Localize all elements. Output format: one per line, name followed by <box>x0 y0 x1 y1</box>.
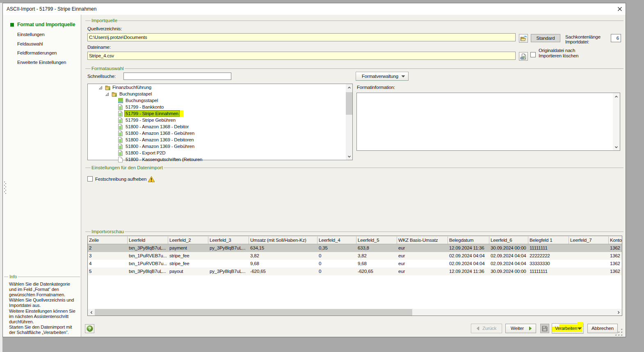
table-header-cell[interactable]: Belegfeld 1 <box>530 236 568 244</box>
table-header-cell[interactable]: Leerfeld_7 <box>570 236 607 244</box>
tree-expander[interactable] <box>98 86 103 90</box>
table-header-cell[interactable]: Leerfeld_2 <box>169 236 207 244</box>
chevron-up-glyph <box>347 86 351 89</box>
table-header-cell[interactable]: WKZ Basis-Umsatz <box>398 236 447 244</box>
sidebar-step-format-und-importquelle[interactable]: Format und Importquelle <box>17 22 81 28</box>
table-scroll-left-button[interactable] <box>88 309 95 316</box>
table-cell: stripe_fee <box>169 260 207 268</box>
tree-item[interactable]: 51800 - Amazon 1369 - Debitoren <box>126 137 194 143</box>
tree-item[interactable]: Buchungsstapel <box>119 91 152 97</box>
window-title: ASCII-Import - 51799 - Stripe Einnahmen <box>7 3 253 15</box>
back-arrow-glyph <box>476 326 480 331</box>
sidebar-step-erweiterte-einstellungen[interactable]: Erweiterte Einstellungen <box>17 59 81 66</box>
info-legend: Info <box>8 274 18 279</box>
festschreibung-checkbox[interactable] <box>87 176 93 182</box>
sachkontenlaenge-input[interactable]: 6 <box>611 34 621 42</box>
tree-item[interactable]: Buchungsstapel <box>126 98 158 103</box>
document-glyph <box>118 111 123 117</box>
zurueck-arrow <box>476 326 480 331</box>
tree-item[interactable]: 51799 - Stripe Einnahmen <box>126 111 178 116</box>
originaldatei-checkbox[interactable] <box>530 52 536 57</box>
quellverzeichnis-input[interactable]: C:\Users\j.protze\Documents <box>87 33 516 41</box>
table-header-cell[interactable]: Leerfeld_6 <box>491 236 527 244</box>
table-cell: 1362 <box>610 268 623 275</box>
table-scroll-right-button[interactable] <box>615 309 622 316</box>
active-step-marker <box>10 23 14 27</box>
formatinfo-scrollbar[interactable] <box>613 93 620 150</box>
document-glyph <box>118 157 123 163</box>
table-cell: -620,65 <box>250 268 316 275</box>
verarbeiten-label: Verarbeiten <box>555 324 577 333</box>
chevron-down-glyph <box>347 155 351 158</box>
formatinfo-scroll-down-button[interactable] <box>613 143 620 150</box>
table-cell: 11111111 <box>530 268 568 275</box>
tree-expander[interactable] <box>105 92 109 96</box>
table-header-cell[interactable]: Leerfeld_4 <box>319 236 355 244</box>
table-cell: 02.09.2024 04:04 <box>449 252 488 260</box>
tree-item[interactable]: 51800 - Amazon 1368 - Gebühren <box>126 130 194 136</box>
table-header-cell[interactable]: Zeile <box>89 236 126 244</box>
table-header-cell[interactable]: Leerfeld_5 <box>358 236 396 244</box>
info-text-line: Starten Sie den Datenimport mit <box>9 325 79 330</box>
datenimport-legend: Einstellungen für den Datenimport <box>91 165 164 170</box>
info-text-line: gewünschten Formatnamen. <box>9 292 79 297</box>
info-text-line: der Schaltfläche „Verarbeiten“. <box>9 330 79 335</box>
table-header-separator <box>397 236 397 244</box>
tree-item[interactable]: 51800 - Amazon 1368 - Debitor <box>126 124 189 129</box>
document-glyph <box>118 130 123 136</box>
save-button[interactable] <box>540 324 549 333</box>
table-cell: 12.09.2024 11:36 <box>449 244 488 252</box>
help-button[interactable]: ? <box>85 324 94 333</box>
table-header-cell[interactable]: Konto <box>610 236 623 244</box>
table-header-cell[interactable]: Leerfeld <box>129 236 167 244</box>
sidebar-step-einstellungen[interactable]: Einstellungen <box>17 32 81 38</box>
table-header-cell[interactable]: Leerfeld_3 <box>210 236 248 244</box>
resize-grip[interactable] <box>615 329 623 336</box>
close-button[interactable] <box>616 6 624 12</box>
table-header-separator <box>608 236 609 244</box>
table-scroll-thumb[interactable] <box>95 309 412 316</box>
table-header-separator <box>168 236 168 244</box>
sidebar-step-feldformatierungen[interactable]: Feldformatierungen <box>17 50 81 56</box>
tree-item[interactable]: 51799 - Bankkonto <box>126 104 164 110</box>
tree-item[interactable]: 51800 - Export P2D <box>126 150 165 156</box>
document-glyph <box>118 143 123 150</box>
formatinfo-scroll-up-button[interactable] <box>613 93 620 100</box>
table-header-cell[interactable]: Umsatz (mit Soll/Haben-Kz) <box>250 236 316 244</box>
file-preview-button[interactable] <box>519 52 528 61</box>
table-cell: 2 <box>89 244 126 252</box>
standard-button[interactable]: Standard <box>531 34 560 42</box>
originaldatei-label-line1: Originaldatei nach <box>539 48 575 53</box>
sidebar-splitter-grip[interactable] <box>4 182 6 194</box>
table-cell: py_3Py8IqB7uL... <box>210 244 248 252</box>
tree-item[interactable]: 51800 - Amazon 1369 - Gebühren <box>126 143 194 149</box>
tree-item[interactable]: Finanzbuchführung <box>112 84 151 90</box>
tree-item-icon <box>118 104 124 110</box>
tree-item[interactable]: 51800 - Kassengutschriften (Retouren <box>126 157 202 162</box>
formatauswahl-legend: Formatauswahl <box>91 66 125 71</box>
table-header-separator <box>208 236 208 244</box>
schnellsuche-input[interactable] <box>123 73 231 80</box>
dateiname-input[interactable]: Stripe_4.csv <box>87 52 516 60</box>
tree-item-icon <box>118 124 124 130</box>
table-cell: 11111111 <box>530 244 568 252</box>
svg-text:?: ? <box>88 326 91 331</box>
formatinformation-box[interactable] <box>356 93 620 151</box>
browse-folder-button[interactable] <box>519 34 528 43</box>
table-cell: 12.09.2024 11:36 <box>449 268 488 275</box>
table-header-separator <box>356 236 356 244</box>
tree-item[interactable]: 51799 - Stripe Gebühren <box>126 117 176 123</box>
table-header-separator <box>569 236 569 244</box>
table-cell: 02.09.2024 04:04 <box>491 252 527 260</box>
tree-scroll-thumb[interactable] <box>346 92 352 115</box>
tree-item-icon <box>118 137 124 143</box>
abbrechen-button[interactable]: Abbrechen <box>587 324 618 333</box>
table-cell: txn_3Py8IqB7uL... <box>129 268 167 275</box>
tree-scroll-down-button[interactable] <box>346 153 352 160</box>
table-header-cell[interactable]: Belegdatum <box>449 236 488 244</box>
tree-scroll-up-button[interactable] <box>346 84 352 91</box>
sidebar-step-feldauswahl[interactable]: Feldauswahl <box>17 41 81 47</box>
tree-expander-glyph <box>98 86 103 90</box>
table-cell: txn_3Py8IqB7uL... <box>129 244 167 252</box>
originaldatei-label-line2: Importieren löschen <box>539 53 578 58</box>
